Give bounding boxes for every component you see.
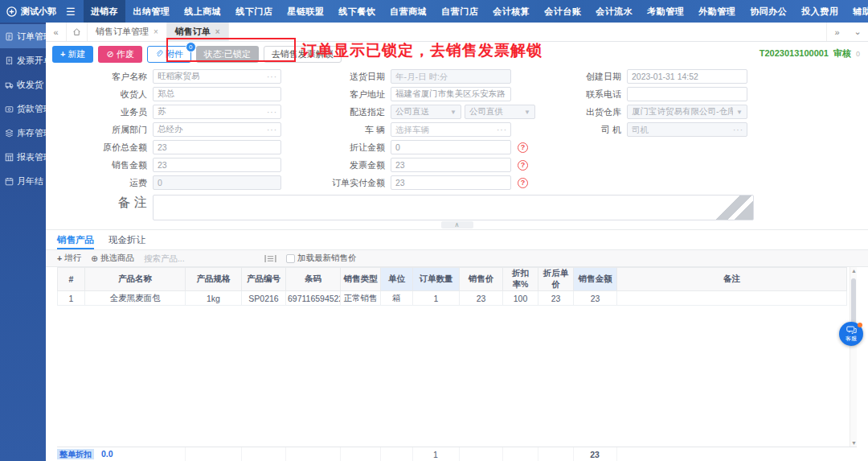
paid-amount-label: 订单实付金额 bbox=[321, 177, 391, 189]
order-number-status: T2023013100001 审核 0 bbox=[760, 47, 860, 60]
hamburger-menu-icon[interactable]: ☰ bbox=[66, 6, 76, 18]
expand-tabs-icon[interactable]: » bbox=[826, 23, 847, 41]
sidebar-item-invoice[interactable]: 发票开单 bbox=[0, 48, 46, 72]
department-label: 所属部门 bbox=[80, 124, 153, 136]
cell-unit: 箱 bbox=[381, 291, 413, 306]
contact-phone-input[interactable] bbox=[627, 87, 747, 101]
sidebar-item-month-end[interactable]: 月年结 bbox=[0, 169, 46, 193]
unlock-invoice-button[interactable]: 去销售发票解锁 bbox=[264, 46, 342, 63]
tab-cash-discount[interactable]: 现金折让 bbox=[108, 234, 145, 249]
col-barcode: 条码 bbox=[286, 268, 341, 291]
sales-amount-input[interactable] bbox=[153, 158, 281, 172]
nav-item-self-mall[interactable]: 自营商城 bbox=[383, 0, 434, 23]
nav-item-chuna[interactable]: 出纳管理 bbox=[125, 0, 177, 23]
help-icon[interactable]: ? bbox=[518, 142, 528, 153]
footer-empty bbox=[241, 447, 285, 461]
add-row-label: 增行 bbox=[64, 253, 81, 264]
nav-item-field-work[interactable]: 外勤管理 bbox=[691, 0, 743, 23]
collapse-form-button[interactable]: ∧ bbox=[441, 221, 473, 228]
nav-item-flow[interactable]: 会计流水 bbox=[588, 0, 640, 23]
page-tab-bar: « 销售订单管理 × 销售订单 × » ⌄ bbox=[46, 23, 868, 42]
nav-item-expense[interactable]: 投入费用 bbox=[794, 0, 845, 23]
attachment-button[interactable]: 附件 0 bbox=[147, 46, 191, 63]
nav-item-attendance[interactable]: 考勤管理 bbox=[640, 0, 691, 23]
vehicle-input[interactable] bbox=[391, 122, 511, 137]
checkbox-icon[interactable] bbox=[286, 254, 295, 263]
nav-item-accounting[interactable]: 会计核算 bbox=[485, 0, 537, 23]
app-logo[interactable]: 测试小郭 bbox=[6, 6, 56, 18]
help-icon[interactable]: ? bbox=[518, 160, 528, 171]
tab-options-icon[interactable]: ⌄ bbox=[847, 23, 868, 41]
sales-amount-label: 销售金额 bbox=[80, 159, 153, 171]
customer-name-input[interactable] bbox=[153, 69, 281, 84]
col-spec: 产品规格 bbox=[186, 268, 242, 291]
whole-order-discount[interactable]: 整单折扣 0.0 bbox=[57, 447, 185, 461]
cell-barcode: 6971165945223 bbox=[286, 291, 341, 306]
remark-textarea[interactable] bbox=[153, 195, 754, 220]
add-row-button[interactable]: +增行 bbox=[57, 253, 81, 264]
new-button[interactable]: +新建 bbox=[52, 46, 93, 63]
sidebar-item-payment[interactable]: 货款管理 bbox=[0, 97, 46, 121]
plus-icon: + bbox=[57, 253, 62, 263]
nav-item-self-store[interactable]: 自营门店 bbox=[434, 0, 485, 23]
cell-product-name: 全麦黑麦面包 bbox=[85, 291, 186, 306]
col-discounted-price: 折后单价 bbox=[538, 268, 574, 291]
scroll-down-icon[interactable]: ▼ bbox=[850, 440, 857, 446]
nav-item-starlink[interactable]: 星链联盟 bbox=[280, 0, 331, 23]
cell-index: 1 bbox=[58, 291, 85, 306]
receiver-input[interactable] bbox=[153, 87, 281, 101]
invoice-icon bbox=[5, 56, 14, 65]
nav-item-jinxiaocun[interactable]: 进销存 bbox=[84, 0, 126, 23]
report-icon bbox=[5, 153, 14, 162]
detail-tabs: 销售产品 现金折让 bbox=[46, 230, 868, 249]
footer-qty-total: 1 bbox=[412, 447, 459, 461]
salesman-input[interactable] bbox=[153, 105, 281, 119]
tab-sales-order-management[interactable]: 销售订单管理 × bbox=[88, 23, 167, 41]
nav-item-online-mall[interactable]: 线上商城 bbox=[177, 0, 228, 23]
sidebar-item-inventory[interactable]: 库存管理 bbox=[0, 121, 46, 145]
home-icon[interactable] bbox=[67, 23, 88, 41]
paid-amount-input[interactable] bbox=[391, 175, 511, 190]
barcode-list-icon[interactable] bbox=[264, 254, 276, 263]
footer-empty bbox=[538, 447, 573, 461]
cell-product-code: SP0216 bbox=[242, 291, 286, 306]
calendar-icon bbox=[5, 177, 14, 186]
cell-sales-amount: 23 bbox=[574, 291, 617, 306]
driver-label: 司 机 bbox=[583, 124, 627, 136]
close-icon[interactable]: × bbox=[154, 27, 158, 36]
nav-item-offline-store[interactable]: 线下门店 bbox=[228, 0, 280, 23]
product-search-input[interactable] bbox=[144, 253, 232, 263]
void-button[interactable]: ⊘作废 bbox=[98, 46, 141, 63]
scroll-up-icon[interactable]: ▲ bbox=[850, 268, 857, 274]
col-product-code: 产品编号 bbox=[242, 268, 286, 291]
sidebar-item-reports[interactable]: 报表管理 bbox=[0, 145, 46, 169]
sidebar-item-order-management[interactable]: 订单管理 bbox=[0, 24, 46, 48]
original-total-input[interactable] bbox=[153, 140, 281, 154]
nav-item-catering[interactable]: 线下餐饮 bbox=[331, 0, 383, 23]
tab-sales-order[interactable]: 销售订单 × bbox=[167, 23, 229, 41]
chevron-down-icon: ▼ bbox=[736, 109, 743, 116]
cell-discount-rate: 100 bbox=[503, 291, 538, 306]
footer-empty bbox=[340, 447, 380, 461]
help-icon[interactable]: ? bbox=[518, 178, 528, 188]
discount-amount-input[interactable] bbox=[391, 140, 511, 154]
contact-phone-label: 联系电话 bbox=[583, 88, 627, 101]
close-icon[interactable]: × bbox=[215, 27, 220, 36]
inventory-icon bbox=[5, 129, 14, 138]
invoice-amount-input[interactable] bbox=[391, 158, 511, 172]
nav-item-ledger[interactable]: 会计台账 bbox=[537, 0, 588, 23]
collapse-tabs-icon[interactable]: « bbox=[46, 23, 67, 41]
pick-product-button[interactable]: ⊕挑选商品 bbox=[91, 253, 134, 264]
nav-item-auxiliary[interactable]: 辅助应用 bbox=[845, 0, 868, 23]
nav-item-collaboration[interactable]: 协同办公 bbox=[743, 0, 794, 23]
tab-sales-products[interactable]: 销售产品 bbox=[57, 234, 94, 249]
cell-remark bbox=[617, 291, 847, 306]
load-latest-price-toggle[interactable]: 加载最新销售价 bbox=[286, 253, 357, 264]
vertical-scrollbar[interactable]: ▲ ▼ bbox=[850, 267, 857, 447]
customer-service-button[interactable]: 客服 bbox=[839, 322, 863, 346]
table-row[interactable]: 1 全麦黑麦面包 1kg SP0216 6971165945223 正常销售 箱… bbox=[58, 291, 847, 306]
customer-address-input[interactable] bbox=[391, 87, 511, 101]
department-input[interactable] bbox=[153, 122, 281, 137]
order-number: T2023013100001 bbox=[760, 48, 829, 58]
sidebar-item-shipping[interactable]: 收发货 bbox=[0, 72, 46, 97]
